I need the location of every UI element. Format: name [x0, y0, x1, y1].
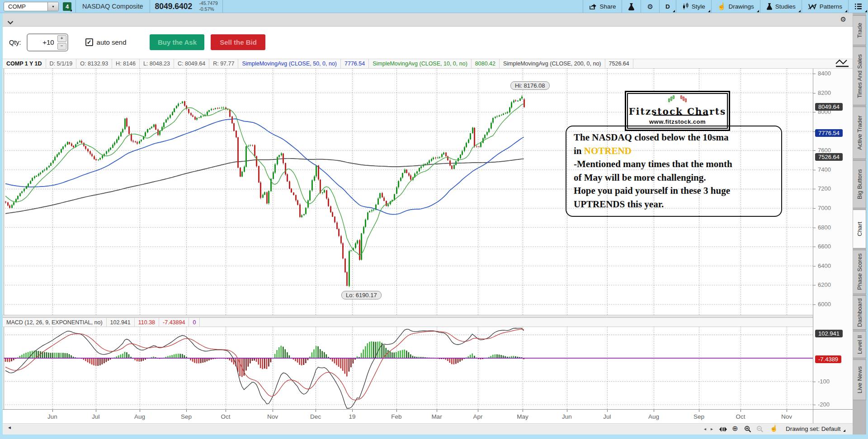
- time-axis-month-label: Sep: [179, 413, 194, 420]
- candlestick-icon: [682, 3, 689, 10]
- note-text: in: [574, 145, 584, 156]
- study-header-cell[interactable]: SimpleMovingAvg (CLOSE, 50, 0, no): [238, 59, 341, 68]
- time-axis-tick: [186, 410, 187, 412]
- time-axis[interactable]: JunJulAugSepOctNovDec19FebMarAprMayJunJu…: [3, 409, 853, 423]
- patterns-button[interactable]: Patterns: [802, 0, 848, 13]
- sidebar-tab-live-news[interactable]: Live News: [853, 360, 866, 400]
- note-text: The NASDAQ closed below the 10sma: [574, 132, 728, 143]
- collapse-chevron-icon[interactable]: [7, 18, 14, 26]
- study-header-cell[interactable]: -7.43894: [159, 318, 189, 327]
- hand-tool-icon[interactable]: ☝: [770, 425, 778, 432]
- scroll-left-icon[interactable]: ◄: [7, 425, 12, 430]
- quantity-stepper[interactable]: +10 + −: [27, 33, 68, 51]
- study-header-cell[interactable]: D: 5/1/19: [46, 59, 77, 68]
- macd-chart-area[interactable]: [4, 327, 813, 409]
- price-axis-tick: [813, 228, 816, 228]
- logo-url: www.fitzstock.com: [628, 118, 727, 125]
- zoom-in-icon[interactable]: [744, 425, 751, 434]
- time-axis-month-label: 19: [344, 413, 360, 420]
- sidebar-tab-big-buttons[interactable]: Big Buttons: [853, 160, 866, 208]
- price-axis-label: 7400: [818, 166, 831, 173]
- symbol-description: NASDAQ Composite: [76, 3, 150, 10]
- study-header-cell[interactable]: SimpleMovingAvg (CLOSE, 200, 0, no): [500, 59, 605, 68]
- study-header-cell[interactable]: 102.941: [107, 318, 135, 327]
- price-axis[interactable]: 8400820080007600740072007000680066006400…: [813, 69, 853, 423]
- study-header-cell[interactable]: 110.38: [135, 318, 159, 327]
- study-header-cell[interactable]: MACD (12, 26, 9, EXPONENTIAL, no): [3, 318, 107, 327]
- pattern-w-icon: [808, 3, 817, 10]
- time-axis-tick: [140, 410, 140, 412]
- list-icon: [854, 3, 862, 9]
- style-button[interactable]: Style: [676, 0, 711, 13]
- symbol-value: COMP: [4, 3, 47, 10]
- time-axis-tick: [699, 410, 699, 412]
- chart-scrollbar[interactable]: ◄ ◂ ▸ ⊕ ☝ Drawing set: Default: [3, 423, 853, 434]
- study-header-cell[interactable]: L: 8048.23: [140, 59, 174, 68]
- step-left-icon[interactable]: ◂: [704, 426, 706, 431]
- header-filler: [633, 59, 853, 68]
- pan-icon[interactable]: [719, 426, 727, 434]
- sidebar-tab-dashboard[interactable]: Dashboard: [853, 295, 866, 330]
- note-line: -Mentioned many times that the month: [574, 158, 774, 171]
- crosshair-icon[interactable]: ⊕: [732, 424, 738, 433]
- study-header-cell[interactable]: COMP 1 Y 1D: [3, 59, 46, 68]
- price-axis-tick: [813, 112, 816, 112]
- timeframe-button[interactable]: D: [660, 0, 676, 13]
- study-header-cell[interactable]: 8080.42: [472, 59, 500, 68]
- symbol-dropdown-icon[interactable]: ▼: [47, 2, 58, 11]
- time-axis-month-label: Aug: [132, 413, 147, 420]
- note-text: -Mentioned many times that the month: [574, 159, 732, 169]
- price-axis-label: 6400: [818, 262, 831, 269]
- study-header-cell[interactable]: R: 97.77: [209, 59, 238, 68]
- sidebar-tab-level-ii[interactable]: Level II: [853, 331, 866, 358]
- study-header-cell[interactable]: 7776.54: [341, 59, 369, 68]
- study-header-cell[interactable]: SimpleMovingAvg (CLOSE, 10, 0, no): [369, 59, 472, 68]
- buy-the-ask-button[interactable]: Buy the Ask: [150, 34, 204, 50]
- chart-panel: Qty: +10 + − ✓ auto send Buy the Ask Sel…: [3, 27, 853, 434]
- macd-axis-tick: [813, 405, 816, 405]
- study-header-cell[interactable]: H: 8146: [112, 59, 140, 68]
- sidebar-tab-trade[interactable]: Trade: [853, 15, 866, 45]
- symbol-combobox[interactable]: COMP ▼: [4, 2, 59, 11]
- study-header-cell[interactable]: O: 8132.93: [76, 59, 112, 68]
- note-text: UPTRENDS this year.: [574, 199, 664, 210]
- sidebar-tab-phase-scores[interactable]: Phase Scores: [853, 250, 866, 294]
- time-axis-month-label: Sep: [691, 413, 707, 420]
- chart-settings-button[interactable]: ⚙: [641, 0, 659, 13]
- study-header-cell[interactable]: 7526.64: [605, 59, 633, 68]
- sidebar-tab-times-and-sales[interactable]: Times And Sales: [853, 47, 866, 105]
- sell-the-bid-button[interactable]: Sell the Bid: [211, 34, 265, 50]
- time-axis-tick: [96, 410, 96, 412]
- sidebar-tab-active-trader[interactable]: Active Trader: [853, 107, 866, 159]
- price-axis-label: 6800: [818, 224, 831, 231]
- macd-axis-bubble: 102.941: [815, 330, 843, 337]
- price-chart-area[interactable]: Hi: 8176.08 Lo: 6190.17 Fitzstock Charts…: [4, 69, 813, 315]
- time-axis-month-label: Dec: [308, 413, 323, 420]
- zoom-out-icon[interactable]: [756, 425, 764, 434]
- step-right-icon[interactable]: ▸: [711, 426, 713, 431]
- note-text: NOTREND: [584, 145, 632, 156]
- study-header-cell[interactable]: 0: [189, 318, 200, 327]
- axis-chart-style-icon[interactable]: [835, 58, 850, 70]
- share-button[interactable]: Share: [583, 0, 622, 13]
- macd-study-header: MACD (12, 26, 9, EXPONENTIAL, no)102.941…: [3, 318, 853, 327]
- analysis-tools-button[interactable]: [622, 0, 641, 13]
- sidebar-tab-chart[interactable]: Chart: [853, 210, 866, 248]
- price-axis-label: 8200: [818, 89, 831, 96]
- qty-decrement-button[interactable]: −: [57, 43, 66, 50]
- auto-send-checkbox[interactable]: ✓: [85, 38, 93, 46]
- time-axis-tick: [607, 410, 608, 412]
- chart-menu-button[interactable]: [849, 0, 868, 13]
- drawings-button[interactable]: ☝ Drawings: [712, 0, 760, 13]
- study-header-cell[interactable]: C: 8049.64: [174, 59, 209, 68]
- linked-group-badge[interactable]: 4: [63, 2, 71, 11]
- qty-increment-button[interactable]: +: [57, 35, 66, 42]
- price-axis-tick: [813, 74, 816, 74]
- time-axis-tick: [226, 410, 226, 412]
- last-price: 8049.6402: [150, 2, 198, 11]
- gadget-gear-icon[interactable]: ⚙: [840, 16, 846, 23]
- header-filler: [200, 318, 853, 327]
- studies-button[interactable]: Studies: [760, 0, 802, 13]
- change-percent: -0.57%: [199, 6, 217, 12]
- drawing-set-selector[interactable]: Drawing set: Default: [786, 425, 841, 432]
